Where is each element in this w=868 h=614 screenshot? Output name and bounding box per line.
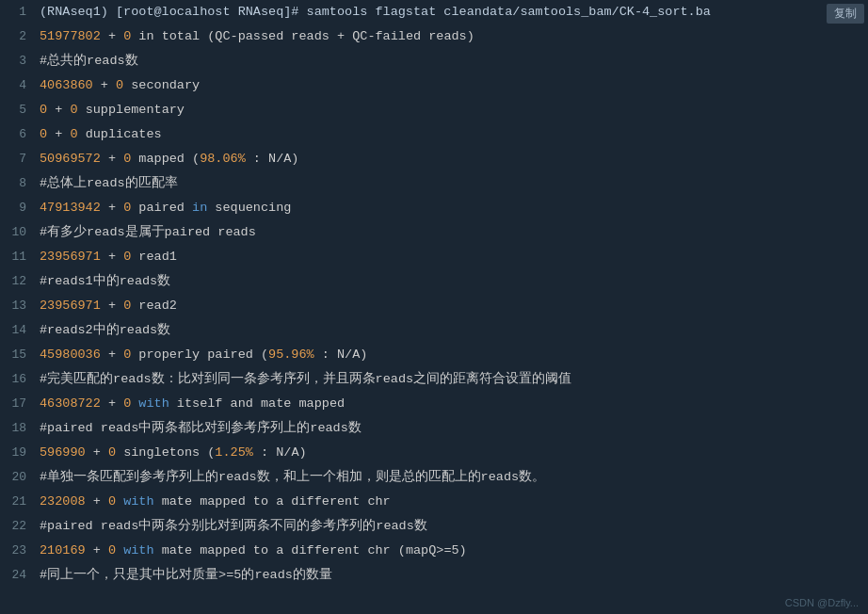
line-number: 4 (0, 74, 40, 97)
line: 1545980036 + 0 properly paired (95.96% :… (0, 343, 868, 367)
line-content: (RNAseq1) [root@localhost RNAseq]# samto… (40, 1, 868, 24)
line-content: #同上一个，只是其中比对质量>=5的reads的数量 (40, 564, 868, 587)
line-content: #paired reads中两条都比对到参考序列上的reads数 (40, 417, 868, 440)
line-content: 4063860 + 0 secondary (40, 74, 868, 97)
line: 60 + 0 duplicates (0, 122, 868, 147)
line-content: 23956971 + 0 read1 (40, 246, 868, 268)
line-number: 14 (0, 319, 40, 342)
text-part (116, 543, 123, 557)
line: 23210169 + 0 with mate mapped to a diffe… (0, 539, 868, 563)
line-content: #paired reads中两条分别比对到两条不同的参考序列的reads数 (40, 515, 868, 538)
text-part: 0 (108, 543, 116, 557)
text-part: singletons ( (116, 445, 215, 460)
text-part: 45980036 (40, 347, 101, 362)
text-part: secondary (123, 78, 200, 92)
line-content: #总共的reads数 (40, 50, 868, 73)
line-content: 0 + 0 supplementary (40, 99, 868, 121)
copy-button[interactable]: 复制 (827, 4, 864, 24)
line: 750969572 + 0 mapped (98.06% : N/A) (0, 147, 868, 171)
line-number: 16 (0, 368, 40, 391)
text-part: 0 (40, 103, 47, 117)
text-part: duplicates (78, 127, 162, 141)
line-number: 6 (0, 123, 40, 146)
line-content: #完美匹配的reads数：比对到同一条参考序列，并且两条reads之间的距离符合… (40, 368, 868, 391)
line-number: 20 (0, 466, 40, 489)
line-content: 47913942 + 0 paired in sequencing (40, 197, 868, 219)
text-part: + (86, 494, 108, 509)
line-number: 11 (0, 246, 40, 268)
text-part: 0 (70, 127, 77, 141)
text-part: #paired reads中两条都比对到参考序列上的reads数 (40, 421, 362, 435)
line-content: #reads1中的reads数 (40, 270, 868, 293)
line: 24#同上一个，只是其中比对质量>=5的reads的数量 (0, 563, 868, 588)
line-number: 13 (0, 295, 40, 317)
line-content: 51977802 + 0 in total (QC-passed reads +… (40, 25, 868, 48)
text-part: + (101, 396, 123, 411)
text-part: supplementary (78, 103, 185, 117)
line: 8#总体上reads的匹配率 (0, 171, 868, 196)
text-part: + (101, 29, 123, 43)
line: 20#单独一条匹配到参考序列上的reads数，和上一个相加，则是总的匹配上的re… (0, 465, 868, 490)
line-number: 3 (0, 50, 40, 73)
text-part: mapped ( (131, 152, 200, 166)
text-part: #有多少reads是属于paired reads (40, 225, 256, 239)
watermark: CSDN @Dzfly... (785, 597, 859, 608)
line-content: 232008 + 0 with mate mapped to a differe… (40, 491, 868, 513)
text-part (116, 494, 123, 509)
line-number: 23 (0, 540, 40, 562)
line-number: 15 (0, 344, 40, 366)
text-part: 23956971 (40, 250, 101, 264)
line: 1(RNAseq1) [root@localhost RNAseq]# samt… (0, 0, 868, 24)
line: 10#有多少reads是属于paired reads (0, 220, 868, 245)
line-content: 210169 + 0 with mate mapped to a differe… (40, 540, 868, 562)
line-number: 7 (0, 148, 40, 170)
text-part: mate mapped to a different chr (154, 494, 391, 509)
line-content: 45980036 + 0 properly paired (95.96% : N… (40, 344, 868, 366)
text-part: 0 (108, 494, 116, 509)
text-part: + (86, 445, 108, 460)
line-number: 21 (0, 491, 40, 513)
line: 1323956971 + 0 read2 (0, 294, 868, 318)
text-part: #总体上reads的匹配率 (40, 176, 178, 190)
line: 18#paired reads中两条都比对到参考序列上的reads数 (0, 416, 868, 441)
line-number: 1 (0, 1, 40, 24)
text-part: with (138, 396, 169, 411)
text-part: properly paired ( (131, 347, 268, 362)
text-part: in (192, 201, 207, 215)
text-part: : N/A) (314, 347, 368, 362)
text-part: #同上一个，只是其中比对质量>=5的reads的数量 (40, 568, 332, 582)
line-content: #单独一条匹配到参考序列上的reads数，和上一个相加，则是总的匹配上的read… (40, 466, 868, 489)
text-part: + (47, 103, 70, 117)
line-number: 24 (0, 564, 40, 587)
text-part: 232008 (40, 494, 86, 509)
line-number: 10 (0, 221, 40, 244)
text-part: + (101, 299, 123, 313)
text-part: #reads2中的reads数 (40, 323, 170, 337)
text-part: sequencing (207, 201, 291, 215)
text-part: with (123, 494, 153, 509)
line-number: 17 (0, 393, 40, 415)
text-part: 0 (70, 103, 77, 117)
text-part: 51977802 (40, 29, 101, 43)
line: 251977802 + 0 in total (QC-passed reads … (0, 24, 868, 49)
text-part: read1 (131, 250, 177, 264)
text-part: + (101, 250, 123, 264)
line: 1746308722 + 0 with itself and mate mapp… (0, 392, 868, 416)
text-part: #paired reads中两条分别比对到两条不同的参考序列的reads数 (40, 519, 427, 533)
line-number: 5 (0, 99, 40, 121)
line: 19596990 + 0 singletons (1.25% : N/A) (0, 441, 868, 465)
terminal: 复制 1(RNAseq1) [root@localhost RNAseq]# s… (0, 0, 868, 614)
line-number: 19 (0, 442, 40, 464)
line-number: 2 (0, 25, 40, 48)
text-part: in total (QC-passed reads + QC-failed re… (131, 29, 474, 43)
line-content: 46308722 + 0 with itself and mate mapped (40, 393, 868, 415)
line: 22#paired reads中两条分别比对到两条不同的参考序列的reads数 (0, 514, 868, 539)
text-part: itself and mate mapped (169, 396, 345, 411)
line-content: 596990 + 0 singletons (1.25% : N/A) (40, 442, 868, 464)
text-part: + (93, 78, 116, 92)
line-number: 9 (0, 197, 40, 219)
line: 16#完美匹配的reads数：比对到同一条参考序列，并且两条reads之间的距离… (0, 367, 868, 392)
text-part: 98.06% (200, 152, 246, 166)
line: 3#总共的reads数 (0, 49, 868, 73)
line-number: 8 (0, 172, 40, 195)
